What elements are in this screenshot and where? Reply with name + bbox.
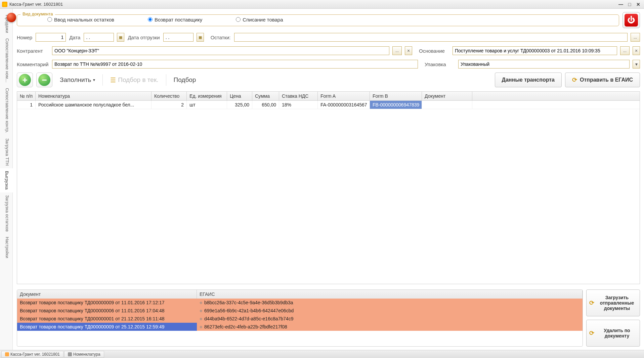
document-row[interactable]: Возврат товаров поставщику ТД000000009 о… (17, 323, 583, 331)
refresh-icon: ⟳ (589, 329, 594, 337)
add-row-button[interactable]: + (17, 73, 33, 87)
ship-date-label: Дата отгрузки (128, 35, 160, 40)
date-label: Дата (69, 35, 80, 40)
egais-cell[interactable]: ⊕86273efc-ed2c-4feb-a22b-2fbdfe217f08 (197, 323, 583, 331)
expand-icon[interactable]: ⊕ (200, 325, 202, 329)
remains-label: Остатки: (211, 35, 231, 40)
refresh-icon: ⟳ (589, 299, 594, 307)
comment-input[interactable]: Возврат по ТТН №№9997 от 2016-02-10 (52, 60, 418, 69)
packaging-select[interactable]: Упакованный (458, 60, 630, 69)
close-button[interactable]: ✕ (635, 1, 642, 7)
task-icon (5, 352, 9, 356)
contractor-label: Контрагент (17, 48, 49, 54)
taskbar: Касса-Грант ver. 16021801 Номенклатура (0, 350, 644, 358)
egais-cell[interactable]: ⊕699e1a56-6b9c-42a1-b4b6-642447e06cbd (197, 307, 583, 315)
sidebar-tab-load-ttn[interactable]: Загрузка ТТН (0, 136, 12, 168)
basis-clear-button[interactable]: × (633, 46, 640, 55)
grid-header-9[interactable]: Документ (422, 92, 472, 100)
remains-select-button[interactable]: ... (631, 33, 640, 42)
sidebar-tab-load-remains[interactable]: Загрузка остатков (0, 192, 12, 234)
delete-by-document-button[interactable]: ⟳Удалить по документу (586, 320, 640, 347)
app-icon (2, 2, 7, 7)
minimize-button[interactable]: — (617, 1, 625, 7)
grid-header-7[interactable]: Form A (318, 92, 370, 100)
radio-initial-balances[interactable]: Ввод начальных остатков (47, 17, 114, 23)
doc-type-legend: Вид документа (20, 11, 55, 16)
sidebar-tab-match-contr[interactable]: Сопоставление контр. (0, 85, 12, 136)
basis-label: Основание (419, 48, 449, 54)
table-cell[interactable]: Российское шампанское полусладкое бел... (36, 101, 152, 109)
pick-current-button[interactable]: ☰Подбор в тек. (106, 74, 162, 86)
table-cell[interactable]: шт (187, 101, 227, 109)
minus-icon: − (38, 74, 50, 86)
refresh-icon: ⟳ (572, 76, 577, 84)
radio-writeoff[interactable]: Списание товара (236, 17, 283, 23)
grid-header-1[interactable]: Номенклатура (36, 92, 152, 100)
number-label: Номер (17, 35, 32, 40)
fill-button[interactable]: Заполнить▾ (56, 74, 99, 86)
grid-header-4[interactable]: Цена (227, 92, 252, 100)
date-input[interactable]: . . (84, 33, 114, 42)
ship-date-calendar-icon[interactable]: ▦ (197, 33, 204, 42)
documents-grid[interactable]: Документ ЕГАИС Возврат товаров поставщик… (17, 289, 583, 347)
transport-data-button[interactable]: Данные транспорта (495, 73, 562, 87)
remove-row-button[interactable]: − (36, 73, 52, 87)
grid-header-0[interactable]: № п/п (17, 92, 36, 100)
document-cell[interactable]: Возврат товаров поставщику ТД000000009 о… (17, 323, 197, 331)
table-cell[interactable] (422, 101, 472, 109)
grid-header-8[interactable]: Form B (370, 92, 422, 100)
document-row[interactable]: Возврат товаров поставщику ТД000000001 о… (17, 315, 583, 323)
status-indicator-icon (7, 13, 16, 22)
table-cell[interactable]: FA-000000003164567 (318, 101, 370, 109)
doc-type-fieldset: Вид документа Ввод начальных остатков Во… (17, 14, 619, 26)
sidebar-tab-match-nom[interactable]: Сопоставление ном... (0, 36, 12, 85)
window-title: Касса-Грант ver. 16021801 (9, 2, 617, 7)
grid-header-6[interactable]: Ставка НДС (279, 92, 318, 100)
egais-cell[interactable]: ⊕b8bcc26a-337c-4c5e-9a4e-36d5b3b9db3a (197, 299, 583, 307)
sidebar-tab-settings[interactable]: Настройки (0, 234, 12, 261)
expand-icon[interactable]: ⊕ (200, 317, 202, 321)
radio-return-supplier[interactable]: Возврат поставщику (148, 17, 202, 23)
grid-header-5[interactable]: Сумма (252, 92, 279, 100)
load-sent-documents-button[interactable]: ⟳Загрузить отправленные документы (586, 289, 640, 316)
table-cell[interactable]: 2 (152, 101, 187, 109)
power-icon: ⏻ (625, 14, 638, 27)
docs-header-document: Документ (17, 290, 197, 299)
remains-input[interactable] (234, 33, 628, 42)
grid-header-2[interactable]: Количество (152, 92, 187, 100)
number-input[interactable]: 1 (36, 33, 66, 42)
titlebar: Касса-Грант ver. 16021801 — □ ✕ (0, 0, 644, 9)
basis-input[interactable]: Поступление товаров и услуг ТД000000003 … (453, 46, 617, 55)
grid-header-3[interactable]: Ед. измерения (187, 92, 227, 100)
table-row[interactable]: 1Российское шампанское полусладкое бел..… (17, 101, 640, 109)
ship-date-input[interactable]: . . (163, 33, 194, 42)
table-cell[interactable]: FB-000000006947839 (370, 101, 422, 109)
power-button[interactable]: ⏻ (622, 12, 640, 28)
maximize-button[interactable]: □ (626, 1, 633, 7)
document-cell[interactable]: Возврат товаров поставщику ТД000000001 о… (17, 315, 197, 323)
basis-select-button[interactable]: ... (620, 46, 630, 55)
taskbar-item-nom[interactable]: Номенклатура (64, 351, 104, 358)
items-grid[interactable]: № п/пНоменклатураКоличествоЕд. измерения… (17, 91, 640, 284)
document-row[interactable]: Возврат товаров поставщику ТД000000009 о… (17, 299, 583, 307)
expand-icon[interactable]: ⊕ (200, 301, 202, 305)
document-cell[interactable]: Возврат товаров поставщику ТД000000009 о… (17, 299, 197, 307)
sidebar-tab-export[interactable]: Выгрузка (0, 168, 13, 192)
contractor-clear-button[interactable]: × (405, 46, 412, 55)
table-cell[interactable]: 18% (279, 101, 318, 109)
expand-icon[interactable]: ⊕ (200, 309, 202, 313)
contractor-select-button[interactable]: ... (392, 46, 402, 55)
taskbar-item-main[interactable]: Касса-Грант ver. 16021801 (1, 351, 63, 358)
pick-button[interactable]: Подбор (170, 74, 200, 86)
contractor-input[interactable]: ООО "Концерн-ЗЭТ" (52, 46, 389, 55)
table-cell[interactable]: 650,00 (252, 101, 279, 109)
table-cell[interactable]: 1 (17, 101, 36, 109)
table-cell[interactable]: 325,00 (227, 101, 252, 109)
send-egais-button[interactable]: ⟳Отправить в ЕГАИС (565, 73, 640, 87)
document-cell[interactable]: Возврат товаров поставщику ТД000000006 о… (17, 307, 197, 315)
packaging-label: Упаковка (425, 61, 455, 67)
packaging-dropdown-button[interactable]: ▾ (633, 60, 640, 69)
egais-cell[interactable]: ⊕d44ba94b-6522-4d7d-a85c-e16c8a7b74c9 (197, 315, 583, 323)
date-calendar-icon[interactable]: ▦ (117, 33, 124, 42)
document-row[interactable]: Возврат товаров поставщику ТД000000006 о… (17, 307, 583, 315)
